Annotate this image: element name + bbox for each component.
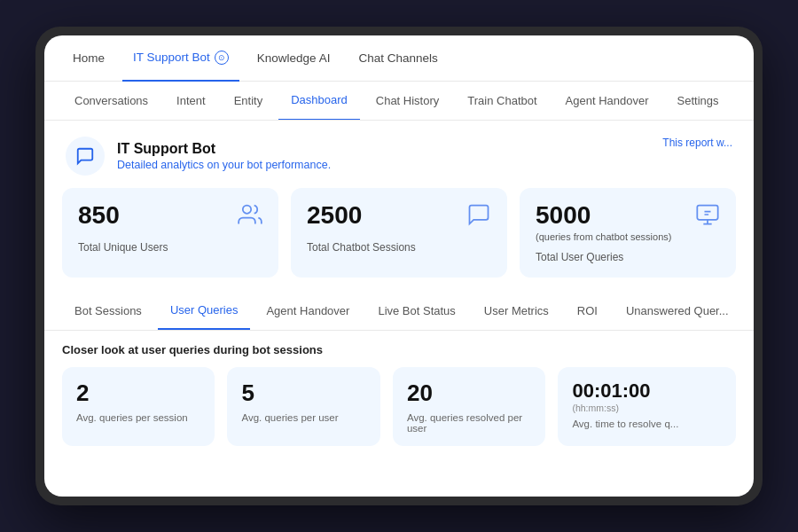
stat-label-0: Total Unique Users — [78, 241, 262, 254]
stat-card-header-0: 850 — [78, 202, 262, 232]
bot-title: IT Support Bot — [117, 141, 331, 157]
screen: Home IT Support Bot ⊙ Knowledge AI Chat … — [44, 35, 754, 497]
main-content: IT Support Bot Detailed analytics on you… — [44, 121, 754, 497]
metric-card-0: 2 Avg. queries per session — [62, 367, 215, 446]
metric-card-2: 20 Avg. queries resolved per user — [393, 367, 545, 446]
nav-item-home[interactable]: Home — [62, 35, 115, 82]
svg-point-0 — [243, 206, 251, 214]
stat-card-user-queries: 5000 (queries from chatbot sessions) Tot… — [520, 188, 736, 278]
sub-nav-intent[interactable]: Intent — [164, 82, 218, 121]
metric-label-3: Avg. time to resolve q... — [572, 419, 722, 429]
metric-label-2: Avg. queries resolved per user — [407, 412, 531, 434]
metric-sub-3: (hh:mm:ss) — [572, 403, 722, 413]
bot-text: IT Support Bot Detailed analytics on you… — [117, 141, 331, 171]
analytics-tab-unanswered[interactable]: Unanswered Quer... — [614, 292, 741, 331]
sub-nav-conversations[interactable]: Conversations — [62, 82, 160, 121]
analytics-tab-user-metrics[interactable]: User Metrics — [472, 292, 561, 331]
stats-row: 850 Total Unique Users — [44, 188, 754, 292]
section-label: Closer look at user queries during bot s… — [62, 343, 736, 356]
metric-number-3: 00:01:00 — [572, 379, 722, 403]
analytics-tab-live-bot-status[interactable]: Live Bot Status — [365, 292, 467, 331]
report-link[interactable]: This report w... — [662, 137, 732, 149]
nav-item-it-support-bot[interactable]: IT Support Bot ⊙ — [122, 35, 239, 82]
analytics-tabs: Bot Sessions User Queries Agent Handover… — [44, 292, 754, 331]
sub-nav-agent-handover[interactable]: Agent Handover — [553, 82, 661, 121]
metrics-row: 2 Avg. queries per session 5 Avg. querie… — [62, 367, 736, 446]
stat-label-2: Total User Queries — [536, 251, 720, 263]
analytics-tab-agent-handover[interactable]: Agent Handover — [254, 292, 362, 331]
share-icon — [695, 202, 720, 232]
metric-label-1: Avg. queries per user — [241, 412, 365, 423]
stat-number-1: 2500 — [307, 202, 362, 230]
bottom-section: Closer look at user queries during bot s… — [44, 331, 754, 497]
bot-info: IT Support Bot Detailed analytics on you… — [66, 137, 331, 176]
svg-rect-4 — [697, 206, 717, 220]
stat-label-1: Total Chatbot Sessions — [307, 241, 491, 254]
users-icon — [238, 202, 262, 232]
chat-icon — [466, 202, 491, 232]
nav-item-chat-channels[interactable]: Chat Channels — [348, 35, 448, 82]
analytics-tab-roi[interactable]: ROI — [565, 292, 610, 331]
sub-nav: Conversations Intent Entity Dashboard Ch… — [44, 82, 754, 121]
stat-number-2: 5000 (queries from chatbot sessions) — [536, 202, 671, 242]
device-frame: Home IT Support Bot ⊙ Knowledge AI Chat … — [35, 27, 763, 505]
metric-number-0: 2 — [76, 379, 200, 407]
metric-number-2: 20 — [407, 379, 531, 407]
analytics-tab-bot-sessions[interactable]: Bot Sessions — [62, 292, 154, 331]
metric-number-1: 5 — [241, 379, 365, 407]
sub-nav-chat-history[interactable]: Chat History — [364, 82, 452, 121]
bot-header: IT Support Bot Detailed analytics on you… — [44, 121, 754, 188]
metric-label-0: Avg. queries per session — [76, 412, 200, 423]
sub-nav-settings[interactable]: Settings — [665, 82, 732, 121]
bot-subtitle: Detailed analytics on your bot performan… — [117, 159, 331, 171]
metric-card-1: 5 Avg. queries per user — [227, 367, 379, 446]
sub-nav-dashboard[interactable]: Dashboard — [278, 82, 360, 121]
sub-nav-train-chatbot[interactable]: Train Chatbot — [455, 82, 549, 121]
it-support-bot-icon: ⊙ — [215, 51, 229, 65]
top-nav: Home IT Support Bot ⊙ Knowledge AI Chat … — [44, 35, 754, 82]
nav-label-it-support-bot: IT Support Bot — [133, 51, 210, 64]
stat-card-unique-users: 850 Total Unique Users — [62, 188, 278, 278]
metric-card-3: 00:01:00 (hh:mm:ss) Avg. time to resolve… — [558, 367, 736, 446]
stat-card-chatbot-sessions: 2500 Total Chatbot Sessions — [291, 188, 507, 278]
stat-card-header-2: 5000 (queries from chatbot sessions) — [536, 202, 720, 242]
analytics-tab-user-queries[interactable]: User Queries — [158, 292, 251, 331]
nav-item-knowledge-ai[interactable]: Knowledge AI — [246, 35, 341, 82]
stat-card-header-1: 2500 — [307, 202, 491, 232]
sub-nav-entity[interactable]: Entity — [222, 82, 276, 121]
stat-number-0: 850 — [78, 202, 120, 230]
bot-avatar — [66, 137, 105, 176]
